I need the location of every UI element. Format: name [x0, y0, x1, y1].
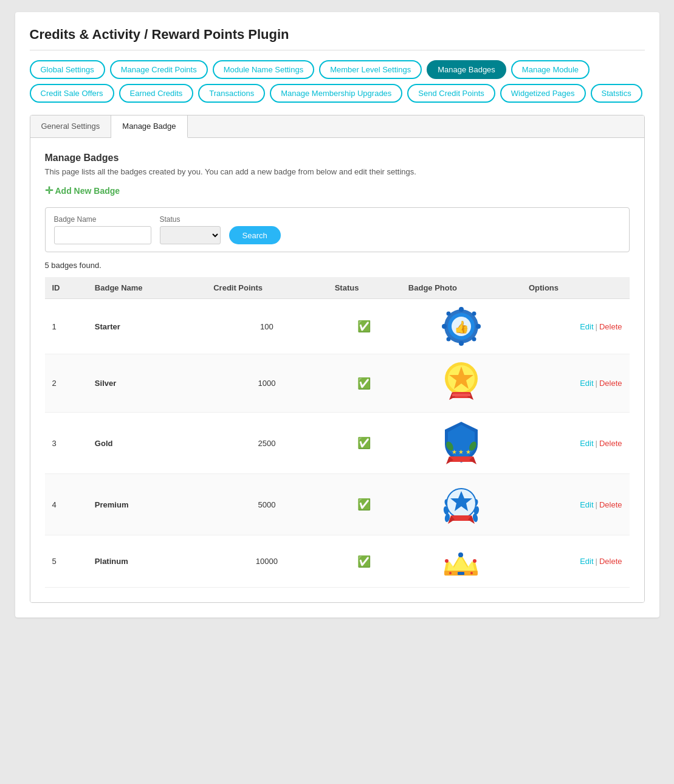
row-status: ✅ — [328, 535, 401, 588]
nav-btn-manage-badges[interactable]: Manage Badges — [427, 60, 506, 79]
nav-btn-earned-credits[interactable]: Earned Credits — [119, 84, 194, 103]
content-area: General SettingsManage Badge Manage Badg… — [30, 115, 645, 603]
svg-point-11 — [472, 337, 476, 342]
badge-name-group: Badge Name — [54, 215, 151, 244]
search-button[interactable]: Search — [229, 226, 281, 244]
col-header-badge-photo: Badge Photo — [401, 277, 521, 299]
row-badge-photo — [401, 474, 521, 535]
nav-btn-send-credit-points[interactable]: Send Credit Points — [407, 84, 495, 103]
badge-name-input[interactable] — [54, 226, 151, 244]
tab-content: Manage Badges This page lists all the ba… — [30, 138, 644, 602]
plus-icon: ✛ — [45, 185, 53, 196]
option-sep: | — [596, 557, 597, 566]
row-options: Edit|Delete — [521, 299, 630, 354]
svg-point-38 — [473, 559, 476, 563]
table-body: 1Starter100✅ 👍 Edit|Delete2Silver1000✅ — [45, 299, 630, 588]
table-header-row: IDBadge NameCredit PointsStatusBadge Pho… — [45, 277, 630, 299]
svg-rect-40 — [458, 572, 464, 575]
edit-link[interactable]: Edit — [580, 322, 593, 331]
delete-link[interactable]: Delete — [599, 557, 622, 566]
table-row: 2Silver1000✅ Edit|Delete — [45, 354, 630, 413]
row-status: ✅ — [328, 299, 401, 354]
table-header: IDBadge NameCredit PointsStatusBadge Pho… — [45, 277, 630, 299]
svg-point-6 — [442, 324, 447, 329]
general-settings-tab[interactable]: General Settings — [30, 115, 112, 137]
status-group: Status Active Inactive — [160, 215, 221, 244]
svg-rect-22 — [449, 456, 473, 462]
svg-point-41 — [449, 572, 452, 574]
row-status: ✅ — [328, 474, 401, 535]
section-description: This page lists all the badges created b… — [45, 167, 630, 176]
row-credit-points: 100 — [206, 299, 327, 354]
delete-link[interactable]: Delete — [599, 322, 622, 331]
row-options: Edit|Delete — [521, 354, 630, 413]
status-icon: ✅ — [357, 555, 371, 568]
edit-link[interactable]: Edit — [580, 557, 593, 566]
nav-btn-widgetized-pages[interactable]: Widgetized Pages — [500, 84, 586, 103]
svg-point-5 — [459, 341, 464, 346]
status-select[interactable]: Active Inactive — [160, 226, 221, 244]
row-badge-name: Starter — [88, 299, 206, 354]
row-options: Edit|Delete — [521, 413, 630, 474]
row-credit-points: 2500 — [206, 413, 327, 474]
add-new-badge-link[interactable]: ✛ Add New Badge — [45, 185, 120, 196]
nav-btn-statstics[interactable]: Statstics — [591, 84, 642, 103]
status-icon: ✅ — [357, 377, 371, 390]
add-new-label: Add New Badge — [55, 186, 120, 196]
table-row: 5Platinum10000✅ Edit|Delete — [45, 535, 630, 588]
page-title: Credits & Activity / Reward Points Plugi… — [30, 27, 645, 50]
edit-link[interactable]: Edit — [580, 379, 593, 388]
svg-point-8 — [446, 312, 450, 316]
badge-name-label: Badge Name — [54, 215, 151, 224]
row-id: 5 — [45, 535, 88, 588]
row-credit-points: 10000 — [206, 535, 327, 588]
nav-btn-manage-membership-upgrades[interactable]: Manage Membership Upgrades — [270, 84, 402, 103]
row-options: Edit|Delete — [521, 474, 630, 535]
nav-btn-transactions[interactable]: Transactions — [198, 84, 265, 103]
col-header-credit-points: Credit Points — [206, 277, 327, 299]
row-badge-name: Gold — [88, 413, 206, 474]
option-sep: | — [596, 379, 597, 388]
svg-point-42 — [470, 572, 473, 574]
row-id: 4 — [45, 474, 88, 535]
delete-link[interactable]: Delete — [599, 439, 622, 448]
delete-link[interactable]: Delete — [599, 379, 622, 388]
svg-point-4 — [459, 307, 464, 312]
row-badge-name: Premium — [88, 474, 206, 535]
row-id: 1 — [45, 299, 88, 354]
section-title: Manage Badges — [45, 153, 630, 163]
row-badge-photo: ★ ★ ★ — [401, 413, 521, 474]
nav-btn-global-settings[interactable]: Global Settings — [30, 60, 105, 79]
nav-btn-module-name-settings[interactable]: Module Name Settings — [213, 60, 315, 79]
manage-badge-tab[interactable]: Manage Badge — [111, 115, 187, 138]
nav-btn-manage-credit-points[interactable]: Manage Credit Points — [110, 60, 208, 79]
nav-btn-member-level-settings[interactable]: Member Level Settings — [319, 60, 422, 79]
row-badge-photo — [401, 354, 521, 413]
row-badge-photo — [401, 535, 521, 588]
row-badge-name: Platinum — [88, 535, 206, 588]
status-icon: ✅ — [357, 320, 371, 332]
row-status: ✅ — [328, 354, 401, 413]
col-header-status: Status — [328, 277, 401, 299]
svg-point-37 — [445, 559, 449, 563]
nav-btn-manage-module[interactable]: Manage Module — [511, 60, 590, 79]
row-id: 2 — [45, 354, 88, 413]
nav-btn-credit-sale-offers[interactable]: Credit Sale Offers — [30, 84, 114, 103]
nav-buttons: Global SettingsManage Credit PointsModul… — [30, 60, 645, 103]
col-header-id: ID — [45, 277, 88, 299]
status-icon: ✅ — [357, 437, 371, 449]
status-icon: ✅ — [357, 498, 371, 511]
edit-link[interactable]: Edit — [580, 439, 593, 448]
page-wrapper: Credits & Activity / Reward Points Plugi… — [15, 12, 659, 617]
results-count: 5 badges found. — [45, 261, 630, 270]
delete-link[interactable]: Delete — [599, 500, 622, 509]
svg-rect-18 — [452, 394, 470, 396]
row-options: Edit|Delete — [521, 535, 630, 588]
row-badge-name: Silver — [88, 354, 206, 413]
edit-link[interactable]: Edit — [580, 500, 593, 509]
badges-table: IDBadge NameCredit PointsStatusBadge Pho… — [45, 277, 630, 588]
table-row: 4Premium5000✅ Edit|Delete — [45, 474, 630, 535]
svg-text:👍: 👍 — [453, 320, 469, 334]
svg-point-10 — [446, 337, 450, 342]
option-sep: | — [596, 500, 597, 509]
